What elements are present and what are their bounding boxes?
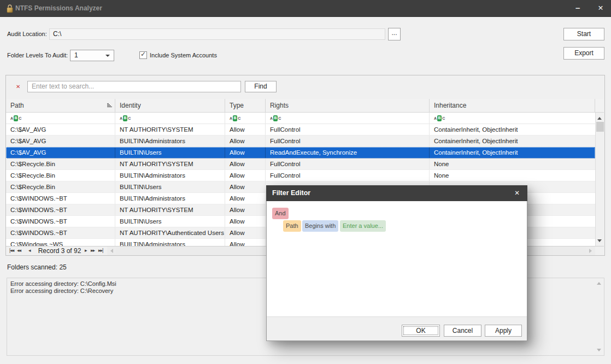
sort-ascending-icon xyxy=(107,103,112,108)
scroll-down-icon[interactable] xyxy=(597,239,602,242)
cell-path: C:\$AV_AVG xyxy=(6,124,115,135)
value-chip[interactable]: Enter a value... xyxy=(340,220,386,232)
table-row[interactable]: C:\$Recycle.BinNT AUTHORITY\SYSTEMAllowF… xyxy=(6,158,595,170)
window-titlebar[interactable]: NTFS Permissions Analyzer − ✕ xyxy=(0,0,611,17)
auto-filter-cell-rights[interactable]: ABC xyxy=(266,113,430,124)
nav-last-icon[interactable]: ▸▸| xyxy=(98,246,103,255)
auto-filter-cell-type[interactable]: ABC xyxy=(225,113,266,124)
cell-path: C:\$WINDOWS.~BT xyxy=(6,204,115,215)
cell-type: Allow xyxy=(225,227,266,238)
nav-prev-icon[interactable]: ◂ xyxy=(28,246,31,255)
clear-search-icon[interactable]: ✕ xyxy=(16,83,22,91)
auto-filter-cell-path[interactable]: ABC xyxy=(6,113,115,124)
cell-rights: ReadAndExecute, Synchronize xyxy=(266,147,430,158)
cell-type: Allow xyxy=(225,147,266,158)
abc-filter-icon: ABC xyxy=(10,115,21,121)
cell-identity: NT AUTHORITY\SYSTEM xyxy=(115,204,225,215)
cell-identity: BUILTIN\Users xyxy=(115,216,225,227)
search-input[interactable]: Enter text to search... xyxy=(27,81,241,92)
include-system-accounts-checkbox[interactable]: ✓ xyxy=(139,51,147,59)
log-scroll-down-icon[interactable] xyxy=(597,349,601,351)
scroll-up-icon[interactable] xyxy=(597,117,602,120)
filter-condition-area: And Path Begins with Enter a value... xyxy=(267,201,527,316)
cell-type: Allow xyxy=(225,181,266,192)
ok-button[interactable]: OK xyxy=(402,325,440,337)
table-row[interactable]: C:\$AV_AVGBUILTIN\AdministratorsAllowFul… xyxy=(6,136,595,147)
operator-chip[interactable]: Begins with xyxy=(302,220,338,232)
abc-filter-icon: ABC xyxy=(434,115,445,121)
dialog-footer: OK Cancel Apply xyxy=(267,316,527,340)
dialog-titlebar[interactable]: Filter Editor ✕ xyxy=(266,185,527,201)
folder-levels-label: Folder Levels To Audit: xyxy=(7,52,68,58)
minimize-button[interactable]: − xyxy=(569,0,586,16)
include-system-accounts-label: Include System Accounts xyxy=(150,52,217,58)
cell-type: Allow xyxy=(225,204,266,215)
log-scroll-up-icon[interactable] xyxy=(597,282,601,285)
record-counter: Record 3 of 92 xyxy=(36,246,84,255)
cell-type: Allow xyxy=(225,170,266,181)
cell-identity: BUILTIN\Administrators xyxy=(115,193,225,204)
abc-filter-icon: ABC xyxy=(230,115,240,121)
cell-identity: BUILTIN\Users xyxy=(115,181,225,192)
cell-path: C:\$WINDOWS.~BT xyxy=(6,193,115,204)
cell-rights: FullControl xyxy=(266,158,430,169)
column-header-label: Rights xyxy=(270,102,289,109)
cell-rights: FullControl xyxy=(266,136,430,146)
apply-button[interactable]: Apply xyxy=(485,325,522,337)
column-header-type[interactable]: Type xyxy=(225,99,266,113)
column-header-label: Inheritance xyxy=(434,102,466,109)
column-header-label: Path xyxy=(10,102,24,109)
group-operator-chip[interactable]: And xyxy=(272,208,289,219)
cell-path: C:\$Recycle.Bin xyxy=(6,158,115,169)
table-row[interactable]: C:\$Recycle.BinBUILTIN\AdministratorsAll… xyxy=(6,170,595,181)
nav-next-page-icon[interactable]: ▸▸ xyxy=(91,246,95,255)
auto-filter-cell-inheritance[interactable]: ABC xyxy=(430,113,595,124)
export-button[interactable]: Export xyxy=(563,47,604,60)
cell-type: Allow xyxy=(225,239,266,246)
auto-filter-cell-identity[interactable]: ABC xyxy=(115,113,225,124)
nav-next-icon[interactable]: ▸ xyxy=(85,246,87,255)
cell-inheritance: ContainerInherit, ObjectInherit xyxy=(430,136,595,146)
cell-identity: BUILTIN\Users xyxy=(115,147,225,158)
focus-rectangle xyxy=(403,326,438,335)
scroll-left-icon[interactable] xyxy=(110,249,113,253)
column-header-path[interactable]: Path xyxy=(6,99,115,113)
table-row-selected[interactable]: C:\$AV_AVGBUILTIN\UsersAllowReadAndExecu… xyxy=(6,147,595,158)
column-header-label: Type xyxy=(230,102,244,109)
cell-type: Allow xyxy=(225,158,266,169)
checkmark-icon: ✓ xyxy=(140,50,146,58)
cell-path: C:\$AV_AVG xyxy=(6,136,115,146)
folder-levels-dropdown[interactable]: 1 xyxy=(70,50,114,61)
cell-path: C:\$WINDOWS.~BT xyxy=(6,216,115,227)
dialog-close-button[interactable]: ✕ xyxy=(512,185,522,201)
cell-inheritance: None xyxy=(430,170,595,181)
scroll-right-icon[interactable] xyxy=(589,249,592,253)
column-header-rights[interactable]: Rights xyxy=(266,99,430,113)
abc-filter-icon: ABC xyxy=(270,115,281,121)
cell-rights: FullControl xyxy=(266,124,430,135)
grid-vertical-scrollbar[interactable] xyxy=(595,113,604,246)
search-placeholder: Enter text to search... xyxy=(32,83,94,90)
cell-path: C:\$Recycle.Bin xyxy=(6,181,115,192)
nav-prev-page-icon[interactable]: ◂◂ xyxy=(17,246,21,255)
column-header-inheritance[interactable]: Inheritance xyxy=(430,99,595,113)
close-button[interactable]: ✕ xyxy=(592,0,609,16)
cell-identity: NT AUTHORITY\SYSTEM xyxy=(115,158,225,169)
start-button[interactable]: Start xyxy=(563,28,604,40)
audit-location-input[interactable]: C:\ xyxy=(49,28,385,40)
dialog-title: Filter Editor xyxy=(272,185,310,201)
nav-first-icon[interactable]: |◂◂ xyxy=(9,246,14,255)
cancel-button[interactable]: Cancel xyxy=(444,325,481,337)
field-chip[interactable]: Path xyxy=(283,220,301,232)
grid-auto-filter-row: ABCABCABCABCABC xyxy=(6,113,595,124)
find-button[interactable]: Find xyxy=(245,81,277,92)
browse-button[interactable]: ... xyxy=(388,28,401,40)
cell-type: Allow xyxy=(225,216,266,227)
cell-rights: FullControl xyxy=(266,170,430,181)
filter-editor-dialog: Filter Editor ✕ And Path Begins with Ent… xyxy=(266,185,527,341)
column-header-identity[interactable]: Identity xyxy=(115,99,225,113)
cell-identity: NT AUTHORITY\SYSTEM xyxy=(115,124,225,135)
table-row[interactable]: C:\$AV_AVGNT AUTHORITY\SYSTEMAllowFullCo… xyxy=(6,124,595,136)
scrollbar-thumb[interactable] xyxy=(596,122,604,132)
cell-type: Allow xyxy=(225,136,266,146)
